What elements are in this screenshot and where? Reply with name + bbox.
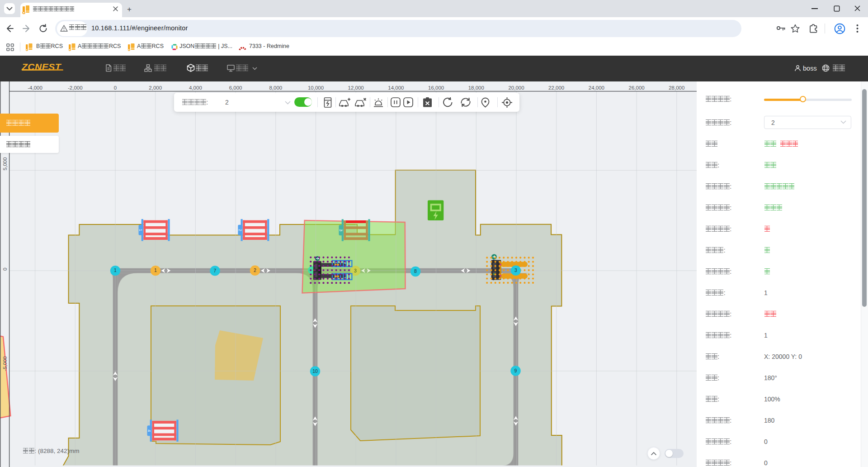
svg-text:3: 3 <box>354 268 357 273</box>
svg-text:0: 0 <box>3 268 8 271</box>
svg-text:4: 4 <box>147 429 151 432</box>
svg-text:5,000: 5,000 <box>3 157 8 171</box>
svg-text:1: 1 <box>114 267 117 273</box>
svg-text:6,000: 6,000 <box>229 85 242 91</box>
svg-text:26,000: 26,000 <box>629 85 645 91</box>
svg-text:2: 2 <box>238 229 242 231</box>
svg-text:9: 9 <box>514 368 517 373</box>
svg-text:-5,000: -5,000 <box>3 356 8 371</box>
svg-text:10: 10 <box>312 368 318 374</box>
svg-text:16,000: 16,000 <box>428 85 444 91</box>
svg-text:8,000: 8,000 <box>269 85 282 91</box>
svg-text:3: 3 <box>514 267 517 273</box>
svg-text:10,000: 10,000 <box>308 85 324 91</box>
svg-text:0: 0 <box>114 85 117 91</box>
svg-text:1: 1 <box>138 229 143 231</box>
svg-text:12,000: 12,000 <box>348 85 364 91</box>
svg-text:28,000: 28,000 <box>669 85 684 91</box>
svg-text:2,000: 2,000 <box>149 85 162 91</box>
svg-text:7: 7 <box>214 268 217 273</box>
svg-text:-2,000: -2,000 <box>68 85 83 91</box>
svg-text:22,000: 22,000 <box>548 85 564 91</box>
svg-text:8: 8 <box>414 268 417 274</box>
svg-text:20,000: 20,000 <box>508 85 524 91</box>
svg-text:1: 1 <box>154 267 157 273</box>
svg-text:2: 2 <box>254 267 256 273</box>
svg-text:4,000: 4,000 <box>189 85 202 91</box>
svg-text:-4,000: -4,000 <box>28 85 42 91</box>
svg-text:3: 3 <box>339 229 343 231</box>
svg-text:24,000: 24,000 <box>589 85 604 91</box>
svg-text:18,000: 18,000 <box>468 85 484 91</box>
svg-text:14,000: 14,000 <box>388 85 404 91</box>
